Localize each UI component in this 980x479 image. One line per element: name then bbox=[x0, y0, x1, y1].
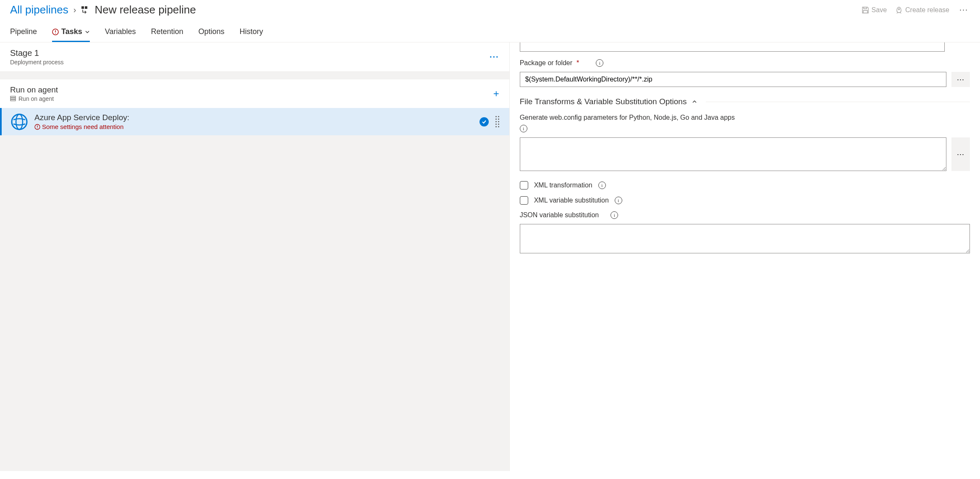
breadcrumb: All pipelines › New release pipeline bbox=[10, 3, 196, 16]
stage-subtitle: Deployment process bbox=[10, 59, 64, 66]
tab-retention[interactable]: Retention bbox=[151, 23, 183, 42]
tab-tasks[interactable]: Tasks bbox=[52, 23, 90, 42]
info-icon[interactable]: i bbox=[596, 59, 603, 67]
json-var-sub-label: JSON variable substitution i bbox=[520, 211, 970, 219]
info-icon[interactable]: i bbox=[598, 182, 606, 189]
stage-title: Stage 1 bbox=[10, 48, 64, 58]
package-folder-label: Package or folder * i bbox=[520, 59, 970, 67]
xml-var-sub-checkbox[interactable] bbox=[520, 196, 528, 205]
add-task-button[interactable]: + bbox=[493, 88, 499, 100]
svg-rect-7 bbox=[10, 98, 16, 99]
package-folder-input[interactable] bbox=[520, 72, 946, 87]
svg-point-10 bbox=[16, 114, 23, 129]
create-release-button[interactable]: Create release bbox=[895, 6, 949, 14]
breadcrumb-current: New release pipeline bbox=[94, 3, 196, 16]
save-button[interactable]: Save bbox=[862, 6, 887, 14]
task-settings-panel: Package or folder * i ··· File Transform… bbox=[510, 42, 980, 471]
task-info: Azure App Service Deploy: Some settings … bbox=[34, 113, 473, 130]
chevron-down-icon bbox=[85, 29, 90, 34]
error-icon bbox=[34, 124, 40, 130]
svg-rect-6 bbox=[10, 96, 16, 97]
svg-point-2 bbox=[899, 8, 900, 10]
tab-options[interactable]: Options bbox=[199, 23, 225, 42]
json-var-sub-input[interactable] bbox=[520, 224, 970, 253]
tasks-panel: Stage 1 Deployment process ··· Run on ag… bbox=[0, 42, 510, 471]
task-row-azure-deploy[interactable]: Azure App Service Deploy: Some settings … bbox=[0, 108, 509, 135]
xml-transform-row: XML transformation i bbox=[520, 181, 970, 189]
chevron-right-icon: › bbox=[73, 5, 76, 15]
info-icon[interactable]: i bbox=[615, 197, 622, 204]
pipeline-icon bbox=[81, 6, 89, 14]
webconfig-label: Generate web.config parameters for Pytho… bbox=[520, 114, 970, 121]
server-icon bbox=[10, 96, 16, 102]
header-actions: Save Create release ··· bbox=[862, 5, 970, 14]
stage-header[interactable]: Stage 1 Deployment process ··· bbox=[0, 42, 509, 72]
stage-menu-button[interactable]: ··· bbox=[490, 52, 499, 62]
browse-button[interactable]: ··· bbox=[951, 72, 970, 87]
agent-job-row[interactable]: Run on agent Run on agent + bbox=[0, 79, 509, 108]
agent-title: Run on agent bbox=[10, 85, 58, 95]
transforms-section-header[interactable]: File Transforms & Variable Substitution … bbox=[520, 97, 970, 106]
previous-input-cutoff[interactable] bbox=[520, 42, 945, 52]
task-error-message: Some settings need attention bbox=[34, 123, 473, 130]
required-indicator: * bbox=[576, 59, 579, 67]
info-icon[interactable]: i bbox=[611, 211, 618, 219]
browse-button[interactable]: ··· bbox=[951, 137, 970, 171]
task-title: Azure App Service Deploy: bbox=[34, 113, 473, 122]
main-content: Stage 1 Deployment process ··· Run on ag… bbox=[0, 42, 980, 471]
tabs-bar: Pipeline Tasks Variables Retention Optio… bbox=[0, 23, 980, 42]
azure-app-service-icon bbox=[11, 113, 28, 130]
page-header: All pipelines › New release pipeline Sav… bbox=[0, 0, 980, 23]
svg-rect-1 bbox=[85, 6, 87, 9]
svg-rect-8 bbox=[10, 100, 16, 101]
info-icon[interactable]: i bbox=[520, 125, 527, 132]
xml-var-sub-row: XML variable substitution i bbox=[520, 196, 970, 205]
save-icon bbox=[862, 6, 869, 14]
drag-handle-icon[interactable] bbox=[495, 116, 499, 127]
svg-point-9 bbox=[12, 114, 27, 129]
breadcrumb-parent-link[interactable]: All pipelines bbox=[10, 3, 68, 16]
tab-pipeline[interactable]: Pipeline bbox=[10, 23, 37, 42]
webconfig-input[interactable] bbox=[520, 137, 946, 171]
more-actions-button[interactable]: ··· bbox=[958, 5, 970, 14]
xml-transform-checkbox[interactable] bbox=[520, 181, 528, 189]
svg-rect-0 bbox=[81, 6, 84, 9]
tab-variables[interactable]: Variables bbox=[105, 23, 136, 42]
error-icon bbox=[52, 29, 59, 35]
svg-point-5 bbox=[55, 33, 56, 34]
svg-point-13 bbox=[37, 128, 37, 128]
task-enabled-check-icon[interactable] bbox=[480, 117, 489, 126]
chevron-up-icon bbox=[692, 99, 697, 105]
rocket-icon bbox=[895, 6, 903, 14]
tab-history[interactable]: History bbox=[240, 23, 263, 42]
agent-subtitle: Run on agent bbox=[10, 95, 58, 102]
